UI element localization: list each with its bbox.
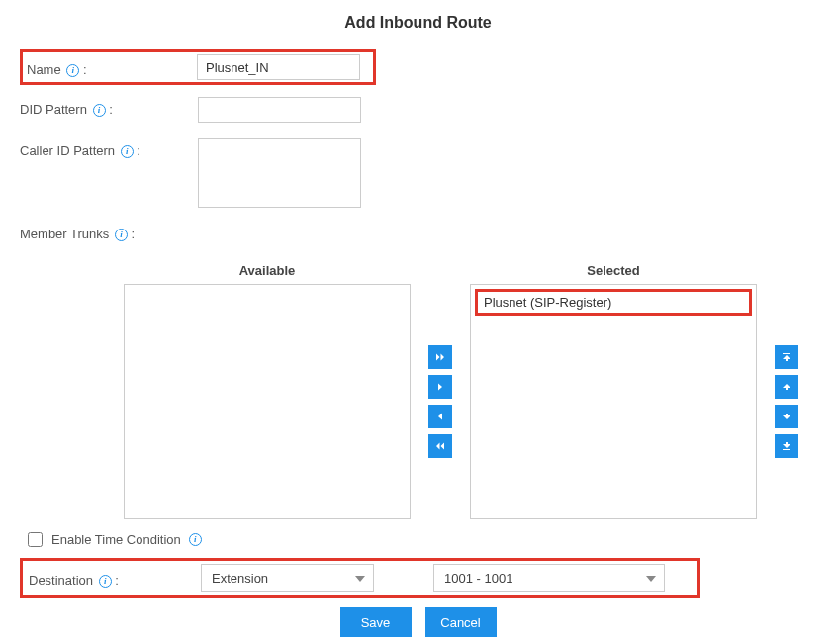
info-icon[interactable]: i [99,575,112,588]
destination-label-text: Destination [29,573,93,588]
destination-value-value: 1001 - 1001 [444,571,512,586]
did-label: DID Pattern i : [20,97,198,117]
enable-time-label: Enable Time Condition [51,532,181,547]
destination-label: Destination i : [27,568,201,588]
transfer-buttons [428,263,452,519]
info-icon[interactable]: i [93,104,106,117]
destination-type-select[interactable]: Extension [201,564,374,592]
available-header: Available [124,263,411,278]
move-right-button[interactable] [428,375,452,399]
order-buttons [775,263,798,519]
did-input[interactable] [198,97,361,123]
move-up-button[interactable] [775,375,798,399]
move-bottom-button[interactable] [775,434,798,458]
did-row: DID Pattern i : [20,97,816,125]
destination-value-select[interactable]: 1001 - 1001 [433,564,665,592]
member-trunks-row: Member Trunks i : [20,222,816,249]
move-top-button[interactable] [775,345,798,369]
move-all-right-button[interactable] [428,345,452,369]
enable-time-row: Enable Time Condition i [24,529,816,550]
cid-row: Caller ID Pattern i : [20,138,816,208]
info-icon[interactable]: i [189,533,202,546]
info-icon[interactable]: i [115,229,128,241]
destination-row: Destination i : Extension 1001 - 1001 [20,558,700,598]
cid-label: Caller ID Pattern i : [20,138,198,158]
page-title: Add Inbound Route [20,14,816,32]
member-trunks-label: Member Trunks i : [20,222,135,241]
enable-time-checkbox[interactable] [28,532,43,547]
save-button[interactable]: Save [340,607,412,637]
name-label-text: Name [27,62,61,77]
cancel-button[interactable]: Cancel [425,607,497,637]
cid-input[interactable] [198,138,361,208]
move-left-button[interactable] [428,405,452,428]
name-input[interactable] [197,54,360,80]
member-trunks-label-text: Member Trunks [20,227,109,241]
selected-listbox[interactable]: Plusnet (SIP-Register) [470,284,757,519]
name-label: Name i : [23,57,197,77]
move-all-left-button[interactable] [428,434,452,458]
available-col: Available [124,263,411,519]
cid-label-text: Caller ID Pattern [20,143,115,158]
move-down-button[interactable] [775,405,798,428]
available-listbox[interactable] [124,284,411,519]
dual-list: Available Selected Plusnet (SIP-Register… [124,263,816,519]
did-label-text: DID Pattern [20,102,87,117]
info-icon[interactable]: i [66,64,79,77]
name-row: Name i : [20,49,376,85]
action-row: Save Cancel [20,607,816,637]
info-icon[interactable]: i [121,145,134,158]
destination-type-value: Extension [212,571,268,586]
selected-header: Selected [470,263,757,278]
selected-col: Selected Plusnet (SIP-Register) [470,263,757,519]
list-item[interactable]: Plusnet (SIP-Register) [475,289,752,316]
